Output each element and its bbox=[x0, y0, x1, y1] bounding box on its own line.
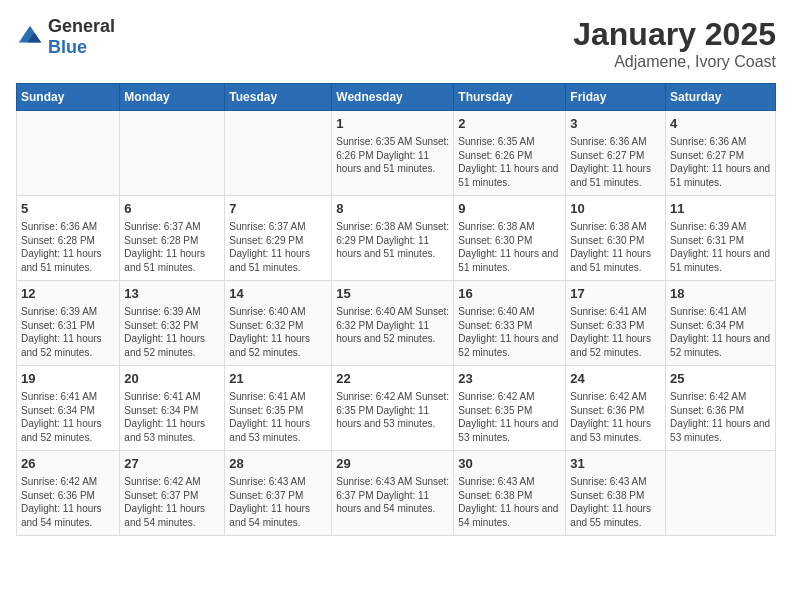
day-number: 5 bbox=[21, 200, 115, 218]
day-number: 23 bbox=[458, 370, 561, 388]
day-info: Sunrise: 6:35 AM Sunset: 6:26 PM Dayligh… bbox=[458, 135, 561, 189]
day-number: 10 bbox=[570, 200, 661, 218]
day-number: 3 bbox=[570, 115, 661, 133]
day-number: 14 bbox=[229, 285, 327, 303]
day-number: 21 bbox=[229, 370, 327, 388]
day-info: Sunrise: 6:37 AM Sunset: 6:29 PM Dayligh… bbox=[229, 220, 327, 274]
day-info: Sunrise: 6:40 AM Sunset: 6:32 PM Dayligh… bbox=[336, 305, 449, 346]
calendar-cell: 12Sunrise: 6:39 AM Sunset: 6:31 PM Dayli… bbox=[17, 281, 120, 366]
day-info: Sunrise: 6:36 AM Sunset: 6:27 PM Dayligh… bbox=[570, 135, 661, 189]
calendar-cell: 11Sunrise: 6:39 AM Sunset: 6:31 PM Dayli… bbox=[666, 196, 776, 281]
calendar-cell: 22Sunrise: 6:42 AM Sunset: 6:35 PM Dayli… bbox=[332, 366, 454, 451]
day-info: Sunrise: 6:38 AM Sunset: 6:29 PM Dayligh… bbox=[336, 220, 449, 261]
calendar-cell bbox=[225, 111, 332, 196]
week-row-2: 5Sunrise: 6:36 AM Sunset: 6:28 PM Daylig… bbox=[17, 196, 776, 281]
week-row-4: 19Sunrise: 6:41 AM Sunset: 6:34 PM Dayli… bbox=[17, 366, 776, 451]
day-info: Sunrise: 6:41 AM Sunset: 6:34 PM Dayligh… bbox=[670, 305, 771, 359]
day-info: Sunrise: 6:41 AM Sunset: 6:34 PM Dayligh… bbox=[21, 390, 115, 444]
calendar-cell: 13Sunrise: 6:39 AM Sunset: 6:32 PM Dayli… bbox=[120, 281, 225, 366]
day-number: 19 bbox=[21, 370, 115, 388]
calendar-cell: 23Sunrise: 6:42 AM Sunset: 6:35 PM Dayli… bbox=[454, 366, 566, 451]
calendar-cell bbox=[120, 111, 225, 196]
day-info: Sunrise: 6:37 AM Sunset: 6:28 PM Dayligh… bbox=[124, 220, 220, 274]
day-number: 20 bbox=[124, 370, 220, 388]
day-number: 8 bbox=[336, 200, 449, 218]
calendar-cell: 8Sunrise: 6:38 AM Sunset: 6:29 PM Daylig… bbox=[332, 196, 454, 281]
calendar-cell: 26Sunrise: 6:42 AM Sunset: 6:36 PM Dayli… bbox=[17, 451, 120, 536]
calendar-table: SundayMondayTuesdayWednesdayThursdayFrid… bbox=[16, 83, 776, 536]
day-number: 2 bbox=[458, 115, 561, 133]
calendar-cell: 19Sunrise: 6:41 AM Sunset: 6:34 PM Dayli… bbox=[17, 366, 120, 451]
day-info: Sunrise: 6:39 AM Sunset: 6:31 PM Dayligh… bbox=[670, 220, 771, 274]
day-number: 16 bbox=[458, 285, 561, 303]
calendar-cell: 21Sunrise: 6:41 AM Sunset: 6:35 PM Dayli… bbox=[225, 366, 332, 451]
day-info: Sunrise: 6:38 AM Sunset: 6:30 PM Dayligh… bbox=[570, 220, 661, 274]
logo-blue-text: Blue bbox=[48, 37, 87, 57]
calendar-cell bbox=[666, 451, 776, 536]
calendar-cell: 6Sunrise: 6:37 AM Sunset: 6:28 PM Daylig… bbox=[120, 196, 225, 281]
calendar-cell: 1Sunrise: 6:35 AM Sunset: 6:26 PM Daylig… bbox=[332, 111, 454, 196]
week-row-5: 26Sunrise: 6:42 AM Sunset: 6:36 PM Dayli… bbox=[17, 451, 776, 536]
day-number: 12 bbox=[21, 285, 115, 303]
day-info: Sunrise: 6:42 AM Sunset: 6:36 PM Dayligh… bbox=[570, 390, 661, 444]
day-number: 25 bbox=[670, 370, 771, 388]
day-info: Sunrise: 6:38 AM Sunset: 6:30 PM Dayligh… bbox=[458, 220, 561, 274]
day-info: Sunrise: 6:41 AM Sunset: 6:35 PM Dayligh… bbox=[229, 390, 327, 444]
calendar-cell: 30Sunrise: 6:43 AM Sunset: 6:38 PM Dayli… bbox=[454, 451, 566, 536]
day-number: 30 bbox=[458, 455, 561, 473]
day-info: Sunrise: 6:41 AM Sunset: 6:34 PM Dayligh… bbox=[124, 390, 220, 444]
weekday-header-thursday: Thursday bbox=[454, 84, 566, 111]
day-info: Sunrise: 6:35 AM Sunset: 6:26 PM Dayligh… bbox=[336, 135, 449, 176]
week-row-1: 1Sunrise: 6:35 AM Sunset: 6:26 PM Daylig… bbox=[17, 111, 776, 196]
day-number: 6 bbox=[124, 200, 220, 218]
weekday-header-monday: Monday bbox=[120, 84, 225, 111]
calendar-cell: 27Sunrise: 6:42 AM Sunset: 6:37 PM Dayli… bbox=[120, 451, 225, 536]
day-info: Sunrise: 6:42 AM Sunset: 6:36 PM Dayligh… bbox=[670, 390, 771, 444]
day-number: 1 bbox=[336, 115, 449, 133]
month-title: January 2025 bbox=[573, 16, 776, 53]
calendar-cell: 24Sunrise: 6:42 AM Sunset: 6:36 PM Dayli… bbox=[566, 366, 666, 451]
logo-general-text: General bbox=[48, 16, 115, 36]
calendar-cell: 7Sunrise: 6:37 AM Sunset: 6:29 PM Daylig… bbox=[225, 196, 332, 281]
weekday-header-friday: Friday bbox=[566, 84, 666, 111]
weekday-header-sunday: Sunday bbox=[17, 84, 120, 111]
day-info: Sunrise: 6:40 AM Sunset: 6:33 PM Dayligh… bbox=[458, 305, 561, 359]
day-info: Sunrise: 6:36 AM Sunset: 6:27 PM Dayligh… bbox=[670, 135, 771, 189]
day-info: Sunrise: 6:39 AM Sunset: 6:32 PM Dayligh… bbox=[124, 305, 220, 359]
day-info: Sunrise: 6:39 AM Sunset: 6:31 PM Dayligh… bbox=[21, 305, 115, 359]
location-title: Adjamene, Ivory Coast bbox=[573, 53, 776, 71]
day-info: Sunrise: 6:43 AM Sunset: 6:37 PM Dayligh… bbox=[229, 475, 327, 529]
calendar-cell: 4Sunrise: 6:36 AM Sunset: 6:27 PM Daylig… bbox=[666, 111, 776, 196]
day-info: Sunrise: 6:42 AM Sunset: 6:35 PM Dayligh… bbox=[336, 390, 449, 431]
day-info: Sunrise: 6:43 AM Sunset: 6:37 PM Dayligh… bbox=[336, 475, 449, 516]
day-info: Sunrise: 6:42 AM Sunset: 6:35 PM Dayligh… bbox=[458, 390, 561, 444]
page-header: General Blue January 2025 Adjamene, Ivor… bbox=[16, 16, 776, 71]
day-number: 29 bbox=[336, 455, 449, 473]
day-info: Sunrise: 6:36 AM Sunset: 6:28 PM Dayligh… bbox=[21, 220, 115, 274]
calendar-cell: 14Sunrise: 6:40 AM Sunset: 6:32 PM Dayli… bbox=[225, 281, 332, 366]
day-number: 26 bbox=[21, 455, 115, 473]
calendar-cell: 25Sunrise: 6:42 AM Sunset: 6:36 PM Dayli… bbox=[666, 366, 776, 451]
day-number: 9 bbox=[458, 200, 561, 218]
day-number: 13 bbox=[124, 285, 220, 303]
weekday-header-tuesday: Tuesday bbox=[225, 84, 332, 111]
logo: General Blue bbox=[16, 16, 115, 58]
calendar-cell: 18Sunrise: 6:41 AM Sunset: 6:34 PM Dayli… bbox=[666, 281, 776, 366]
day-number: 15 bbox=[336, 285, 449, 303]
day-number: 24 bbox=[570, 370, 661, 388]
day-number: 11 bbox=[670, 200, 771, 218]
day-number: 28 bbox=[229, 455, 327, 473]
day-number: 27 bbox=[124, 455, 220, 473]
calendar-cell: 20Sunrise: 6:41 AM Sunset: 6:34 PM Dayli… bbox=[120, 366, 225, 451]
day-info: Sunrise: 6:41 AM Sunset: 6:33 PM Dayligh… bbox=[570, 305, 661, 359]
calendar-cell bbox=[17, 111, 120, 196]
weekday-header-saturday: Saturday bbox=[666, 84, 776, 111]
calendar-cell: 5Sunrise: 6:36 AM Sunset: 6:28 PM Daylig… bbox=[17, 196, 120, 281]
calendar-cell: 17Sunrise: 6:41 AM Sunset: 6:33 PM Dayli… bbox=[566, 281, 666, 366]
calendar-cell: 10Sunrise: 6:38 AM Sunset: 6:30 PM Dayli… bbox=[566, 196, 666, 281]
calendar-cell: 9Sunrise: 6:38 AM Sunset: 6:30 PM Daylig… bbox=[454, 196, 566, 281]
day-info: Sunrise: 6:42 AM Sunset: 6:37 PM Dayligh… bbox=[124, 475, 220, 529]
day-number: 31 bbox=[570, 455, 661, 473]
weekday-header-wednesday: Wednesday bbox=[332, 84, 454, 111]
day-number: 4 bbox=[670, 115, 771, 133]
